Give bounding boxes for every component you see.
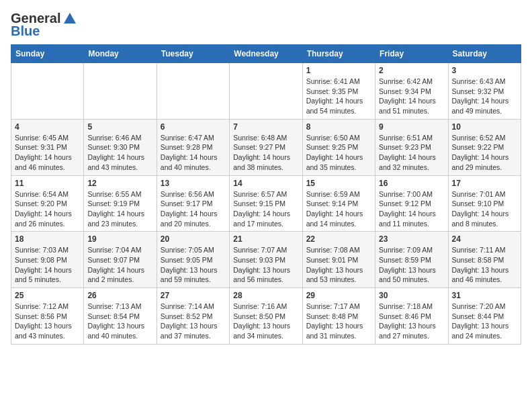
calendar-cell: 18Sunrise: 7:03 AMSunset: 9:08 PMDayligh… [11,232,84,288]
day-info: Sunrise: 7:09 AMSunset: 8:59 PMDaylight:… [379,245,444,285]
calendar-cell [84,63,157,120]
calendar-week-row: 25Sunrise: 7:12 AMSunset: 8:56 PMDayligh… [11,288,521,345]
day-info: Sunrise: 6:52 AMSunset: 9:22 PMDaylight:… [452,133,517,173]
day-number: 30 [379,291,444,300]
day-info: Sunrise: 6:41 AMSunset: 9:35 PMDaylight:… [306,77,371,116]
day-number: 22 [306,234,371,244]
day-info: Sunrise: 7:13 AMSunset: 8:54 PMDaylight:… [87,302,152,341]
calendar-cell: 9Sunrise: 6:51 AMSunset: 9:23 PMDaylight… [375,119,448,175]
day-header-sunday: Sunday [11,45,84,63]
calendar-cell: 12Sunrise: 6:55 AMSunset: 9:19 PMDayligh… [84,175,157,232]
calendar-cell [157,63,229,120]
calendar-cell: 19Sunrise: 7:04 AMSunset: 9:07 PMDayligh… [84,232,157,288]
calendar-cell: 6Sunrise: 6:47 AMSunset: 9:28 PMDaylight… [157,119,229,175]
logo-icon [62,11,77,26]
day-number: 19 [87,234,152,244]
calendar-cell: 31Sunrise: 7:20 AMSunset: 8:44 PMDayligh… [448,288,521,345]
day-info: Sunrise: 7:16 AMSunset: 8:50 PMDaylight:… [233,302,298,341]
day-info: Sunrise: 7:07 AMSunset: 9:03 PMDaylight:… [233,245,298,285]
calendar-header-row: SundayMondayTuesdayWednesdayThursdayFrid… [11,45,521,63]
calendar-cell: 28Sunrise: 7:16 AMSunset: 8:50 PMDayligh… [230,288,302,345]
day-number: 4 [15,122,80,132]
calendar-cell: 24Sunrise: 7:11 AMSunset: 8:58 PMDayligh… [448,232,521,288]
day-info: Sunrise: 7:18 AMSunset: 8:46 PMDaylight:… [379,302,444,341]
calendar-cell: 1Sunrise: 6:41 AMSunset: 9:35 PMDaylight… [302,63,375,120]
calendar-cell: 27Sunrise: 7:14 AMSunset: 8:52 PMDayligh… [157,288,229,345]
day-number: 31 [452,291,517,300]
day-info: Sunrise: 6:48 AMSunset: 9:27 PMDaylight:… [233,133,298,173]
day-info: Sunrise: 7:11 AMSunset: 8:58 PMDaylight:… [452,245,517,285]
calendar-cell: 14Sunrise: 6:57 AMSunset: 9:15 PMDayligh… [230,175,302,232]
day-number: 9 [379,122,444,132]
day-info: Sunrise: 7:01 AMSunset: 9:10 PMDaylight:… [452,189,517,229]
day-number: 10 [452,122,517,132]
day-number: 18 [15,234,80,244]
calendar-cell: 5Sunrise: 6:46 AMSunset: 9:30 PMDaylight… [84,119,157,175]
calendar-cell: 15Sunrise: 6:59 AMSunset: 9:14 PMDayligh… [302,175,375,232]
logo-blue-text: Blue [11,24,40,39]
day-number: 27 [161,291,226,300]
day-info: Sunrise: 6:55 AMSunset: 9:19 PMDaylight:… [87,189,152,229]
day-info: Sunrise: 6:42 AMSunset: 9:34 PMDaylight:… [379,77,444,116]
calendar-cell: 29Sunrise: 7:17 AMSunset: 8:48 PMDayligh… [302,288,375,345]
calendar-week-row: 11Sunrise: 6:54 AMSunset: 9:20 PMDayligh… [11,175,521,232]
day-info: Sunrise: 7:00 AMSunset: 9:12 PMDaylight:… [379,189,444,229]
day-info: Sunrise: 6:51 AMSunset: 9:23 PMDaylight:… [379,133,444,173]
calendar-cell [230,63,302,120]
day-header-tuesday: Tuesday [157,45,229,63]
calendar-cell: 10Sunrise: 6:52 AMSunset: 9:22 PMDayligh… [448,119,521,175]
day-number: 7 [233,122,298,132]
calendar-cell: 2Sunrise: 6:42 AMSunset: 9:34 PMDaylight… [375,63,448,120]
day-number: 14 [233,179,298,188]
day-number: 26 [87,291,152,300]
logo: General Blue [11,11,78,39]
page-header: General Blue [11,11,521,39]
calendar-cell: 11Sunrise: 6:54 AMSunset: 9:20 PMDayligh… [11,175,84,232]
day-number: 24 [452,234,517,244]
calendar-table: SundayMondayTuesdayWednesdayThursdayFrid… [11,44,521,345]
day-info: Sunrise: 7:05 AMSunset: 9:05 PMDaylight:… [161,245,226,285]
calendar-cell: 3Sunrise: 6:43 AMSunset: 9:32 PMDaylight… [448,63,521,120]
day-number: 2 [379,66,444,75]
calendar-cell: 8Sunrise: 6:50 AMSunset: 9:25 PMDaylight… [302,119,375,175]
calendar-week-row: 1Sunrise: 6:41 AMSunset: 9:35 PMDaylight… [11,63,521,120]
day-number: 20 [161,234,226,244]
calendar-cell: 30Sunrise: 7:18 AMSunset: 8:46 PMDayligh… [375,288,448,345]
day-info: Sunrise: 7:20 AMSunset: 8:44 PMDaylight:… [452,302,517,341]
day-number: 23 [379,234,444,244]
day-number: 13 [161,179,226,188]
calendar-cell: 20Sunrise: 7:05 AMSunset: 9:05 PMDayligh… [157,232,229,288]
day-number: 6 [161,122,226,132]
day-info: Sunrise: 6:50 AMSunset: 9:25 PMDaylight:… [306,133,371,173]
calendar-cell: 16Sunrise: 7:00 AMSunset: 9:12 PMDayligh… [375,175,448,232]
day-header-thursday: Thursday [302,45,375,63]
calendar-cell: 26Sunrise: 7:13 AMSunset: 8:54 PMDayligh… [84,288,157,345]
svg-marker-0 [64,13,76,24]
calendar-cell: 23Sunrise: 7:09 AMSunset: 8:59 PMDayligh… [375,232,448,288]
day-info: Sunrise: 7:03 AMSunset: 9:08 PMDaylight:… [15,245,80,285]
calendar-week-row: 18Sunrise: 7:03 AMSunset: 9:08 PMDayligh… [11,232,521,288]
calendar-cell: 25Sunrise: 7:12 AMSunset: 8:56 PMDayligh… [11,288,84,345]
day-info: Sunrise: 7:12 AMSunset: 8:56 PMDaylight:… [15,302,80,341]
day-header-monday: Monday [84,45,157,63]
day-number: 12 [87,179,152,188]
day-info: Sunrise: 7:08 AMSunset: 9:01 PMDaylight:… [306,245,371,285]
day-number: 17 [452,179,517,188]
day-info: Sunrise: 6:57 AMSunset: 9:15 PMDaylight:… [233,189,298,229]
day-info: Sunrise: 6:46 AMSunset: 9:30 PMDaylight:… [87,133,152,173]
day-info: Sunrise: 6:59 AMSunset: 9:14 PMDaylight:… [306,189,371,229]
day-info: Sunrise: 6:45 AMSunset: 9:31 PMDaylight:… [15,133,80,173]
day-number: 16 [379,179,444,188]
day-header-wednesday: Wednesday [230,45,302,63]
day-info: Sunrise: 6:47 AMSunset: 9:28 PMDaylight:… [161,133,226,173]
day-info: Sunrise: 7:04 AMSunset: 9:07 PMDaylight:… [87,245,152,285]
day-number: 1 [306,66,371,75]
day-number: 11 [15,179,80,188]
day-number: 29 [306,291,371,300]
day-header-friday: Friday [375,45,448,63]
calendar-week-row: 4Sunrise: 6:45 AMSunset: 9:31 PMDaylight… [11,119,521,175]
calendar-cell: 7Sunrise: 6:48 AMSunset: 9:27 PMDaylight… [230,119,302,175]
day-number: 3 [452,66,517,75]
day-number: 28 [233,291,298,300]
day-info: Sunrise: 6:43 AMSunset: 9:32 PMDaylight:… [452,77,517,116]
